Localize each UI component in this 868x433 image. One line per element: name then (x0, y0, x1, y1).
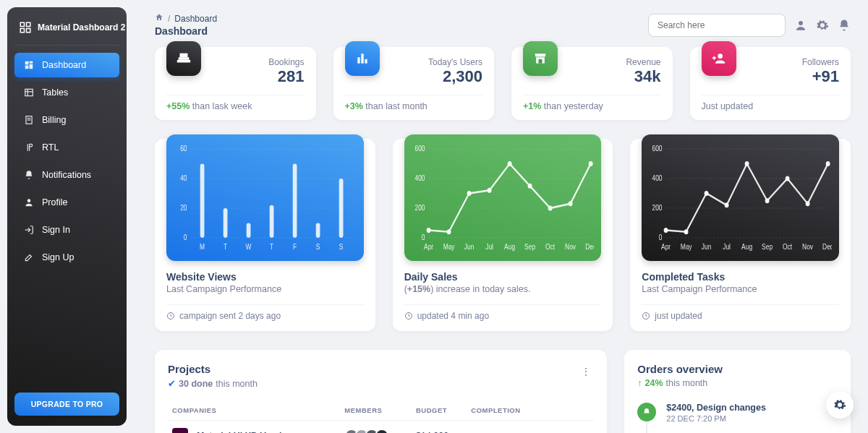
weekend-icon (166, 41, 201, 76)
sidebar-item-tables[interactable]: Tables (14, 80, 119, 105)
sidebar-item-notifications[interactable]: Notifications (14, 163, 119, 187)
chart-title: Daily Sales (404, 271, 602, 283)
search-input[interactable] (648, 14, 786, 37)
svg-text:Nov: Nov (565, 243, 576, 251)
sidebar-item-dashboard[interactable]: Dashboard (14, 53, 119, 77)
bottom-row: Projects ✔30 done this month ⋮ COMPANIES… (155, 350, 851, 433)
orders-subtitle: ↑24% this month (637, 378, 838, 388)
svg-text:Sep: Sep (762, 243, 773, 251)
bell-icon[interactable] (838, 19, 851, 32)
svg-text:20: 20 (180, 204, 187, 212)
check-icon: ✔ (168, 378, 176, 389)
topbar-actions (648, 14, 851, 37)
charts-row: 0204060MTWTFSS Website Views Last Campai… (155, 139, 851, 331)
svg-rect-30 (200, 164, 205, 238)
settings-fab[interactable] (826, 391, 854, 419)
timeline-item: $2400, Design changes22 DEC 7:20 PM (637, 403, 838, 433)
col-companies: COMPANIES (168, 400, 340, 421)
svg-text:0: 0 (659, 233, 663, 241)
projects-table: COMPANIES MEMBERS BUDGET COMPLETION XdMa… (168, 400, 594, 433)
stat-footer: +3% than last month (345, 101, 483, 111)
svg-rect-38 (293, 164, 297, 238)
sidebar-item-signup[interactable]: Sign Up (14, 245, 119, 270)
svg-point-14 (27, 199, 31, 202)
upgrade-button[interactable]: UPGRADE TO PRO (14, 393, 119, 416)
more-vert-icon[interactable]: ⋮ (578, 363, 594, 380)
bar-chart-icon (345, 41, 380, 76)
svg-point-69 (588, 161, 592, 166)
svg-rect-4 (25, 61, 29, 65)
chart-footer: campaign sent 2 days ago (166, 311, 364, 321)
sidebar-item-rtl[interactable]: RTL (14, 135, 119, 160)
clock-icon (642, 312, 650, 320)
svg-rect-36 (270, 205, 274, 238)
stat-footer: +1% than yesterday (523, 101, 661, 111)
chart-subtitle: Last Campaign Performance (642, 284, 839, 294)
svg-rect-3 (27, 29, 30, 33)
svg-text:Oct: Oct (783, 243, 792, 251)
svg-rect-6 (30, 64, 33, 69)
sidebar-item-label: Notifications (42, 170, 91, 180)
stat-label: Revenue (626, 57, 660, 67)
stat-value: +91 (802, 67, 839, 86)
sidebar-item-billing[interactable]: Billing (14, 108, 119, 132)
sidebar-item-signin[interactable]: Sign In (14, 218, 119, 242)
svg-text:400: 400 (652, 174, 663, 182)
projects-panel: Projects ✔30 done this month ⋮ COMPANIES… (155, 350, 607, 433)
chart-title: Completed Tasks (642, 271, 839, 283)
svg-text:Nov: Nov (802, 243, 813, 251)
stat-card-bookings: Bookings281 +55% than lask week (155, 47, 316, 120)
svg-rect-0 (20, 22, 24, 26)
bell-icon (23, 169, 35, 181)
svg-point-90 (765, 198, 770, 203)
gear-icon[interactable] (816, 19, 829, 32)
svg-point-80 (664, 228, 668, 233)
stat-value: 2,300 (428, 67, 482, 86)
svg-text:Aug: Aug (504, 243, 515, 251)
col-members: MEMBERS (340, 400, 412, 421)
dashboard-icon (23, 59, 35, 71)
main-content: / Dashboard Dashboard Bookings281 +55% t… (137, 0, 868, 433)
account-icon[interactable] (794, 19, 807, 32)
svg-text:60: 60 (180, 145, 187, 153)
col-completion: COMPLETION (467, 400, 594, 421)
svg-point-96 (826, 161, 830, 166)
stat-card-users: Today's Users2,300 +3% than last month (333, 47, 495, 120)
svg-rect-20 (539, 59, 542, 64)
sidebar-item-label: RTL (42, 142, 59, 153)
projects-subtitle: ✔30 done this month (168, 378, 258, 389)
orders-title: Orders overview (637, 363, 838, 375)
receipt-icon (23, 114, 35, 126)
breadcrumb: / Dashboard Dashboard (155, 13, 217, 37)
svg-text:May: May (681, 243, 692, 251)
svg-text:400: 400 (414, 174, 425, 182)
svg-point-21 (718, 53, 723, 59)
svg-point-84 (705, 191, 709, 196)
col-budget: BUDGET (412, 400, 467, 421)
svg-text:M: M (200, 243, 205, 251)
svg-text:600: 600 (652, 145, 663, 153)
person-icon (23, 197, 35, 208)
rtl-icon (23, 142, 35, 153)
svg-text:W: W (246, 243, 252, 251)
chart-plot-bar: 0204060MTWTFSS (166, 134, 364, 261)
svg-rect-42 (339, 179, 344, 238)
stat-footer: +55% than lask week (166, 101, 305, 111)
sidebar-item-profile[interactable]: Profile (14, 190, 119, 215)
svg-rect-34 (247, 223, 251, 237)
svg-point-59 (487, 188, 491, 193)
chart-card-tasks: 0200400600AprMayJunJulAugSepOctNovDec Co… (630, 139, 851, 331)
sidebar-item-label: Dashboard (42, 60, 86, 70)
topbar: / Dashboard Dashboard (155, 9, 851, 47)
svg-point-88 (745, 161, 749, 166)
member-avatars (344, 429, 407, 433)
svg-text:Sep: Sep (524, 243, 535, 251)
stats-row: Bookings281 +55% than lask week Today's … (155, 47, 851, 120)
budget-cell: $14,000 (412, 421, 467, 434)
person-add-icon (702, 41, 736, 76)
orders-panel: Orders overview ↑24% this month $2400, D… (624, 350, 851, 433)
store-icon (523, 41, 558, 76)
home-icon[interactable] (155, 13, 163, 24)
sidebar-item-label: Profile (42, 197, 67, 207)
svg-text:Aug: Aug (741, 243, 752, 251)
